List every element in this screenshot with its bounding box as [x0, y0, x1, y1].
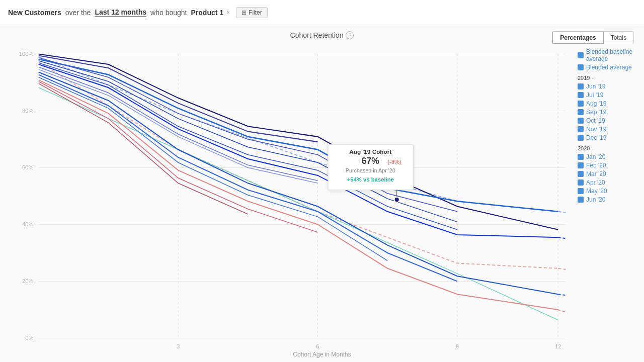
legend-checkbox-blended-baseline: [578, 52, 584, 58]
legend-2019-label: 2019: [578, 75, 590, 81]
svg-point-20: [394, 197, 399, 202]
legend-item-nov19[interactable]: Nov '19: [578, 126, 640, 133]
legend-checkbox-dec19: [578, 135, 584, 141]
chart-svg: 100% 80% 60% 40% 20% 0%: [5, 43, 574, 349]
legend-item-aug19[interactable]: Aug '19: [578, 100, 640, 107]
legend-item-jul19[interactable]: Jul '19: [578, 92, 640, 99]
legend-item-jan20[interactable]: Jan '20: [578, 153, 640, 160]
legend-item-jun19[interactable]: Jun '19: [578, 83, 640, 90]
legend-label-may20: May '20: [586, 188, 607, 195]
chart-section: Cohort Retention ? Percentages Totals 10…: [0, 25, 644, 362]
svg-text:3: 3: [177, 343, 180, 349]
svg-text:(-8%): (-8%): [387, 159, 401, 165]
svg-text:100%: 100%: [19, 51, 34, 57]
header-new-customers: New Customers: [8, 9, 61, 17]
filter-button[interactable]: ⊞ Filter: [236, 7, 268, 18]
chart-header: Cohort Retention ? Percentages Totals: [0, 31, 644, 39]
legend-checkbox-aug19: [578, 101, 584, 107]
header-product: Product 1: [191, 9, 224, 17]
legend-item-dec19[interactable]: Dec '19: [578, 134, 640, 141]
percentages-button[interactable]: Percentages: [552, 32, 603, 44]
legend-blended-average[interactable]: Blended average: [578, 64, 640, 71]
header-product-x[interactable]: ×: [226, 9, 230, 16]
legend-checkbox-jun19: [578, 83, 584, 89]
legend-label-blended-average: Blended average: [586, 64, 632, 71]
svg-text:12: 12: [555, 343, 561, 349]
svg-text:6: 6: [316, 343, 319, 349]
legend-checkbox-blended-average: [578, 64, 584, 70]
legend-2020-group: 2020 -: [578, 145, 640, 151]
legend-label-blended-baseline: Blended baseline average: [586, 48, 640, 62]
help-icon[interactable]: ?: [346, 31, 354, 39]
legend-label-jul19: Jul '19: [586, 92, 603, 99]
header-bar: New Customers over the Last 12 months wh…: [0, 0, 644, 25]
x-axis-label: Cohort Age in Months: [0, 349, 644, 362]
filter-icon: ⊞: [242, 9, 247, 16]
legend-item-sep19[interactable]: Sep '19: [578, 109, 640, 116]
legend-checkbox-feb20: [578, 162, 584, 168]
legend-2019-dash: -: [592, 75, 594, 81]
legend-label-dec19: Dec '19: [586, 134, 606, 141]
view-toggle: Percentages Totals: [552, 31, 634, 44]
legend-2020-dash: -: [592, 145, 594, 151]
svg-text:+54% vs baseline: +54% vs baseline: [347, 176, 394, 183]
chart-and-legend: 100% 80% 60% 40% 20% 0%: [0, 43, 644, 349]
totals-button[interactable]: Totals: [604, 32, 633, 44]
legend-checkbox-may20: [578, 188, 584, 194]
legend-label-sep19: Sep '19: [586, 109, 606, 116]
legend-blended-baseline[interactable]: Blended baseline average: [578, 48, 640, 62]
svg-text:40%: 40%: [22, 221, 34, 227]
legend-checkbox-jul19: [578, 92, 584, 98]
legend-item-may20[interactable]: May '20: [578, 188, 640, 195]
svg-text:20%: 20%: [22, 278, 34, 284]
header-who-bought: who bought: [150, 9, 187, 17]
svg-text:80%: 80%: [22, 108, 34, 114]
legend-checkbox-jan20: [578, 154, 584, 160]
header-time-range[interactable]: Last 12 months: [95, 8, 146, 17]
legend-label-jan20: Jan '20: [586, 153, 605, 160]
legend-item-feb20[interactable]: Feb '20: [578, 162, 640, 169]
legend-checkbox-nov19: [578, 126, 584, 132]
legend-checkbox-apr20: [578, 179, 584, 186]
legend-label-jun19: Jun '19: [586, 83, 605, 90]
legend-label-mar20: Mar '20: [586, 170, 606, 177]
svg-text:0%: 0%: [25, 335, 33, 341]
main-content: Cohort Retention ? Percentages Totals 10…: [0, 25, 644, 362]
header-over-the: over the: [65, 9, 91, 17]
filter-label: Filter: [249, 9, 262, 16]
svg-text:Aug '19 Cohort: Aug '19 Cohort: [349, 148, 391, 155]
chart-wrapper: 100% 80% 60% 40% 20% 0%: [5, 43, 574, 349]
svg-text:60%: 60%: [22, 164, 34, 170]
svg-text:Purchased in Apr '20: Purchased in Apr '20: [346, 167, 395, 173]
legend-checkbox-jun20: [578, 197, 584, 203]
legend-label-jun20: Jun '20: [586, 196, 605, 203]
chart-legend: Blended baseline average Blended average…: [574, 43, 644, 349]
legend-checkbox-mar20: [578, 171, 584, 177]
legend-checkbox-oct19: [578, 118, 584, 124]
legend-item-mar20[interactable]: Mar '20: [578, 170, 640, 177]
svg-text:67%: 67%: [362, 156, 379, 166]
chart-title: Cohort Retention: [290, 31, 344, 39]
legend-label-oct19: Oct '19: [586, 117, 605, 124]
legend-item-oct19[interactable]: Oct '19: [578, 117, 640, 124]
legend-2019-group: 2019 -: [578, 75, 640, 81]
legend-label-nov19: Nov '19: [586, 126, 606, 133]
legend-label-apr20: Apr '20: [586, 179, 605, 186]
svg-text:9: 9: [456, 343, 459, 349]
legend-label-feb20: Feb '20: [586, 162, 606, 169]
legend-item-jun20[interactable]: Jun '20: [578, 196, 640, 203]
legend-item-apr20[interactable]: Apr '20: [578, 179, 640, 186]
legend-label-aug19: Aug '19: [586, 100, 606, 107]
legend-checkbox-sep19: [578, 109, 584, 115]
legend-2020-label: 2020: [578, 145, 590, 151]
